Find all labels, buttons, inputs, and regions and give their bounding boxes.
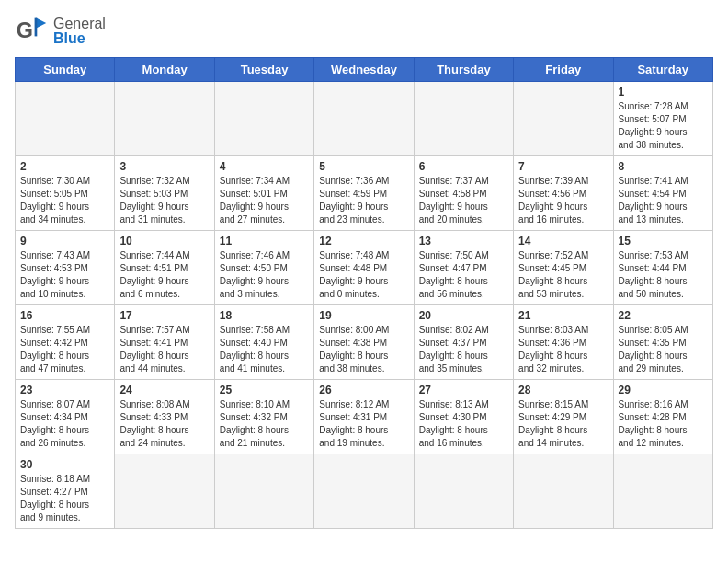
calendar-cell — [414, 82, 513, 156]
day-info: Sunrise: 7:37 AM Sunset: 4:58 PM Dayligh… — [419, 175, 508, 226]
calendar-cell: 11Sunrise: 7:46 AM Sunset: 4:50 PM Dayli… — [214, 231, 313, 305]
svg-text:G: G — [17, 18, 33, 42]
day-number: 18 — [220, 309, 309, 322]
calendar-cell: 13Sunrise: 7:50 AM Sunset: 4:47 PM Dayli… — [414, 231, 513, 305]
day-number: 5 — [319, 160, 408, 173]
day-info: Sunrise: 8:13 AM Sunset: 4:30 PM Dayligh… — [419, 398, 508, 450]
weekday-header-monday: Monday — [115, 58, 214, 82]
weekday-header-row: SundayMondayTuesdayWednesdayThursdayFrid… — [16, 58, 713, 82]
day-info: Sunrise: 7:39 AM Sunset: 4:56 PM Dayligh… — [518, 175, 608, 226]
calendar-cell — [115, 454, 214, 529]
day-info: Sunrise: 8:08 AM Sunset: 4:33 PM Dayligh… — [119, 398, 209, 450]
day-number: 4 — [220, 160, 309, 173]
day-info: Sunrise: 8:18 AM Sunset: 4:27 PM Dayligh… — [20, 473, 109, 524]
day-info: Sunrise: 7:53 AM Sunset: 4:44 PM Dayligh… — [619, 249, 708, 301]
calendar-week-row: 1Sunrise: 7:28 AM Sunset: 5:07 PM Daylig… — [16, 82, 713, 156]
calendar-cell: 23Sunrise: 8:07 AM Sunset: 4:34 PM Dayli… — [16, 380, 115, 454]
day-info: Sunrise: 7:55 AM Sunset: 4:42 PM Dayligh… — [20, 324, 109, 375]
day-number: 9 — [20, 235, 109, 247]
calendar-cell — [314, 454, 414, 529]
day-info: Sunrise: 8:12 AM Sunset: 4:31 PM Dayligh… — [319, 398, 408, 450]
day-number: 16 — [20, 309, 109, 322]
calendar-week-row: 2Sunrise: 7:30 AM Sunset: 5:05 PM Daylig… — [16, 156, 713, 231]
header: G General Blue — [15, 15, 713, 48]
day-info: Sunrise: 7:36 AM Sunset: 4:59 PM Dayligh… — [319, 175, 408, 226]
day-number: 2 — [20, 160, 109, 173]
day-number: 29 — [619, 384, 708, 396]
calendar-cell: 12Sunrise: 7:48 AM Sunset: 4:48 PM Dayli… — [314, 231, 414, 305]
day-info: Sunrise: 7:46 AM Sunset: 4:50 PM Dayligh… — [220, 249, 309, 301]
calendar-week-row: 16Sunrise: 7:55 AM Sunset: 4:42 PM Dayli… — [16, 305, 713, 380]
day-info: Sunrise: 8:07 AM Sunset: 4:34 PM Dayligh… — [20, 398, 109, 450]
calendar-cell — [514, 454, 613, 529]
calendar-cell: 1Sunrise: 7:28 AM Sunset: 5:07 PM Daylig… — [613, 82, 712, 156]
calendar-cell: 6Sunrise: 7:37 AM Sunset: 4:58 PM Daylig… — [414, 156, 513, 231]
calendar-cell: 16Sunrise: 7:55 AM Sunset: 4:42 PM Dayli… — [16, 305, 115, 380]
day-info: Sunrise: 7:43 AM Sunset: 4:53 PM Dayligh… — [20, 249, 109, 301]
weekday-header-tuesday: Tuesday — [214, 58, 313, 82]
calendar-cell: 25Sunrise: 8:10 AM Sunset: 4:32 PM Dayli… — [214, 380, 313, 454]
day-info: Sunrise: 8:03 AM Sunset: 4:36 PM Dayligh… — [518, 324, 608, 375]
weekday-header-sunday: Sunday — [16, 58, 115, 82]
day-info: Sunrise: 7:44 AM Sunset: 4:51 PM Dayligh… — [119, 249, 209, 301]
calendar-cell: 10Sunrise: 7:44 AM Sunset: 4:51 PM Dayli… — [115, 231, 214, 305]
calendar-cell: 5Sunrise: 7:36 AM Sunset: 4:59 PM Daylig… — [314, 156, 414, 231]
day-number: 7 — [518, 160, 608, 173]
day-info: Sunrise: 7:57 AM Sunset: 4:41 PM Dayligh… — [119, 324, 209, 375]
day-info: Sunrise: 8:10 AM Sunset: 4:32 PM Dayligh… — [220, 398, 309, 450]
day-number: 22 — [619, 309, 708, 322]
svg-rect-3 — [35, 18, 38, 37]
calendar-cell: 24Sunrise: 8:08 AM Sunset: 4:33 PM Dayli… — [115, 380, 214, 454]
calendar-cell: 15Sunrise: 7:53 AM Sunset: 4:44 PM Dayli… — [613, 231, 712, 305]
calendar-cell: 21Sunrise: 8:03 AM Sunset: 4:36 PM Dayli… — [514, 305, 613, 380]
calendar-cell: 19Sunrise: 8:00 AM Sunset: 4:38 PM Dayli… — [314, 305, 414, 380]
calendar-cell: 30Sunrise: 8:18 AM Sunset: 4:27 PM Dayli… — [16, 454, 115, 529]
day-number: 15 — [619, 235, 708, 247]
calendar-cell: 14Sunrise: 7:52 AM Sunset: 4:45 PM Dayli… — [514, 231, 613, 305]
calendar-week-row: 30Sunrise: 8:18 AM Sunset: 4:27 PM Dayli… — [16, 454, 713, 529]
calendar-cell — [115, 82, 214, 156]
calendar-cell: 22Sunrise: 8:05 AM Sunset: 4:35 PM Dayli… — [613, 305, 712, 380]
day-number: 30 — [20, 458, 109, 471]
day-info: Sunrise: 7:32 AM Sunset: 5:03 PM Dayligh… — [119, 175, 209, 226]
day-number: 6 — [419, 160, 508, 173]
day-number: 13 — [419, 235, 508, 247]
calendar-cell: 29Sunrise: 8:16 AM Sunset: 4:28 PM Dayli… — [613, 380, 712, 454]
day-info: Sunrise: 8:05 AM Sunset: 4:35 PM Dayligh… — [619, 324, 708, 375]
day-info: Sunrise: 8:16 AM Sunset: 4:28 PM Dayligh… — [619, 398, 708, 450]
logo: G General Blue — [15, 15, 106, 48]
day-number: 11 — [220, 235, 309, 247]
day-number: 21 — [518, 309, 608, 322]
day-number: 26 — [319, 384, 408, 396]
day-info: Sunrise: 7:34 AM Sunset: 5:01 PM Dayligh… — [220, 175, 309, 226]
day-number: 19 — [319, 309, 408, 322]
logo-text: General Blue — [53, 17, 106, 46]
weekday-header-friday: Friday — [514, 58, 613, 82]
calendar-cell: 20Sunrise: 8:02 AM Sunset: 4:37 PM Dayli… — [414, 305, 513, 380]
calendar-cell — [613, 454, 712, 529]
calendar-cell: 17Sunrise: 7:57 AM Sunset: 4:41 PM Dayli… — [115, 305, 214, 380]
day-info: Sunrise: 7:41 AM Sunset: 4:54 PM Dayligh… — [619, 175, 708, 226]
calendar-cell — [214, 82, 313, 156]
calendar-cell — [16, 82, 115, 156]
day-number: 25 — [220, 384, 309, 396]
generalblue-logo-icon: G — [15, 15, 48, 48]
page: G General Blue SundayMondayTuesdayWednes… — [0, 0, 728, 538]
calendar-cell — [214, 454, 313, 529]
day-number: 14 — [518, 235, 608, 247]
day-info: Sunrise: 8:00 AM Sunset: 4:38 PM Dayligh… — [319, 324, 408, 375]
day-number: 27 — [419, 384, 508, 396]
calendar-cell — [314, 82, 414, 156]
day-number: 12 — [319, 235, 408, 247]
calendar-cell: 27Sunrise: 8:13 AM Sunset: 4:30 PM Dayli… — [414, 380, 513, 454]
day-info: Sunrise: 7:58 AM Sunset: 4:40 PM Dayligh… — [220, 324, 309, 375]
day-number: 28 — [518, 384, 608, 396]
day-info: Sunrise: 7:50 AM Sunset: 4:47 PM Dayligh… — [419, 249, 508, 301]
day-number: 23 — [20, 384, 109, 396]
calendar-cell: 8Sunrise: 7:41 AM Sunset: 4:54 PM Daylig… — [613, 156, 712, 231]
day-number: 8 — [619, 160, 708, 173]
calendar-cell: 18Sunrise: 7:58 AM Sunset: 4:40 PM Dayli… — [214, 305, 313, 380]
calendar-week-row: 9Sunrise: 7:43 AM Sunset: 4:53 PM Daylig… — [16, 231, 713, 305]
day-info: Sunrise: 7:52 AM Sunset: 4:45 PM Dayligh… — [518, 249, 608, 301]
calendar-cell: 2Sunrise: 7:30 AM Sunset: 5:05 PM Daylig… — [16, 156, 115, 231]
